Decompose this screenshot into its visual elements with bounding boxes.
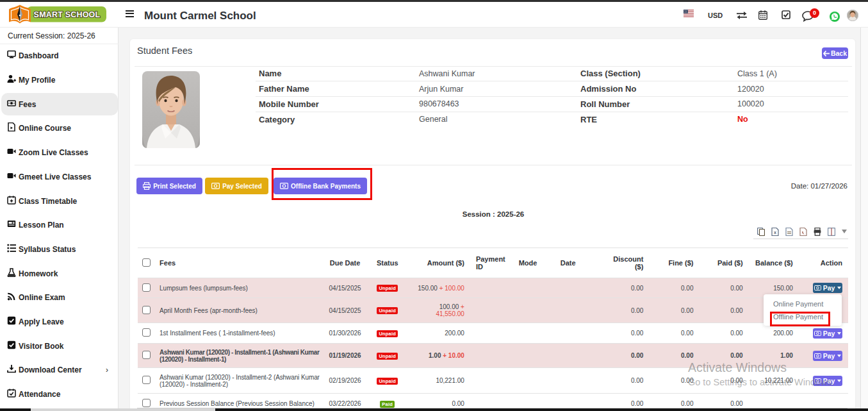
svg-text:x: x [774,230,776,235]
svg-text:SMART SCHOOL: SMART SCHOOL [34,10,101,19]
